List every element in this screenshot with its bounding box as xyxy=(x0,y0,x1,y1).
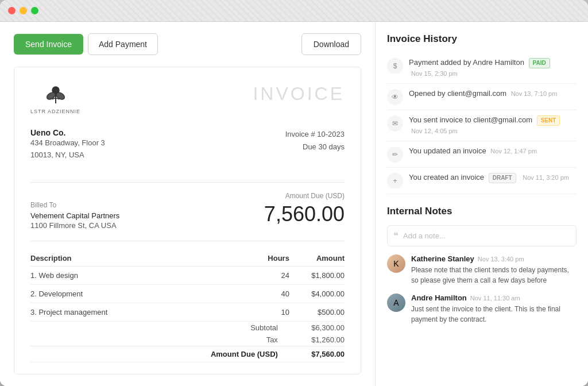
history-icon: ✉ xyxy=(387,115,403,132)
app-window: Send Invoice Add Payment Download xyxy=(0,0,588,386)
note-content: Andre Hamilton Nov 11, 11:30 am Just sen… xyxy=(411,294,577,325)
company-logo xyxy=(38,83,73,106)
item-hours: 24 xyxy=(158,267,289,285)
history-time: Nov 12, 1:47 pm xyxy=(490,148,537,155)
total-row: Amount Due (USD) $7,560.00 xyxy=(30,346,345,362)
total-value: $7,560.00 xyxy=(289,346,345,362)
history-content: You sent invoice to client@gmail.com SEN… xyxy=(409,115,577,136)
item-hours: 40 xyxy=(158,285,289,303)
toolbar: Send Invoice Add Payment Download xyxy=(14,33,361,55)
invoice-meta: Invoice # 10-2023 Due 30 days xyxy=(285,128,345,153)
maximize-button[interactable] xyxy=(31,7,38,14)
company-address-line1: 434 Broadway, Floor 3 xyxy=(30,137,105,149)
note-text: Please note that the client tends to del… xyxy=(411,265,577,285)
company-name: Ueno Co. xyxy=(30,128,105,137)
history-item: + You created an invoice DRAFT Nov 11, 3… xyxy=(387,168,577,194)
invoice-title: INVOICE xyxy=(253,83,345,105)
col-header-description: Description xyxy=(30,250,158,267)
minimize-button[interactable] xyxy=(20,7,27,14)
item-description: 2. Development xyxy=(30,285,158,303)
note-placeholder: Add a note... xyxy=(403,231,446,240)
note-author-row: Katherine Stanley Nov 13, 3:40 pm xyxy=(411,254,577,263)
amount-due-value: 7,560.00 xyxy=(264,202,345,226)
right-panel: Invoice History $ Payment added by Andre… xyxy=(376,22,588,386)
history-content: You updated an invoice Nov 12, 1:47 pm xyxy=(409,146,577,156)
add-payment-button[interactable]: Add Payment xyxy=(88,33,158,55)
history-icon: + xyxy=(387,173,403,189)
status-badge: DRAFT xyxy=(489,173,516,183)
note-content: Katherine Stanley Nov 13, 3:40 pm Please… xyxy=(411,254,577,285)
divider-2 xyxy=(30,241,345,241)
history-text: You created an invoice xyxy=(409,173,484,182)
item-description: 1. Web design xyxy=(30,267,158,285)
history-text: Opened by client@gmail.com xyxy=(409,89,506,98)
avatar: A xyxy=(387,294,405,312)
note-author: Katherine Stanley xyxy=(411,254,474,263)
history-content: You created an invoice DRAFT Nov 11, 3:2… xyxy=(409,172,577,183)
note-item: K Katherine Stanley Nov 13, 3:40 pm Plea… xyxy=(387,254,577,285)
note-author: Andre Hamilton xyxy=(411,294,467,302)
content-area: Send Invoice Add Payment Download xyxy=(0,22,588,386)
divider-1 xyxy=(30,182,345,183)
history-icon: $ xyxy=(387,58,403,74)
status-badge: SENT xyxy=(537,115,560,126)
note-time: Nov 13, 3:40 pm xyxy=(478,256,524,263)
titlebar xyxy=(0,0,588,22)
history-list: $ Payment added by Andre Hamilton PAID N… xyxy=(387,53,577,194)
send-invoice-button[interactable]: Send Invoice xyxy=(14,34,83,55)
add-note-input[interactable]: ❝ Add a note... xyxy=(387,225,577,246)
download-button[interactable]: Download xyxy=(301,33,361,55)
billed-name: Vehement Capital Partners xyxy=(30,211,119,220)
history-item: 👁 Opened by client@gmail.com Nov 13, 7:1… xyxy=(387,84,577,110)
history-text: Payment added by Andre Hamilton xyxy=(409,58,524,67)
table-row: 3. Project management 10 $500.00 xyxy=(30,303,345,322)
invoice-document: LSTR ADZIENNIE INVOICE Ueno Co. 434 Broa… xyxy=(14,67,361,375)
quote-icon: ❝ xyxy=(393,230,399,241)
total-label: Amount Due (USD) xyxy=(158,346,289,362)
from-meta-row: Ueno Co. 434 Broadway, Floor 3 10013, NY… xyxy=(30,128,345,173)
billed-section: Billed To Vehement Capital Partners 1100… xyxy=(30,201,119,232)
history-item: ✉ You sent invoice to client@gmail.com S… xyxy=(387,110,577,141)
subtotal-value: $6,300.00 xyxy=(289,322,345,334)
item-amount: $500.00 xyxy=(289,303,345,322)
avatar: K xyxy=(387,254,405,273)
history-time: Nov 15, 2:30 pm xyxy=(411,70,458,77)
history-text: You updated an invoice xyxy=(409,146,486,155)
tax-label: Tax xyxy=(158,334,289,346)
history-item: $ Payment added by Andre Hamilton PAID N… xyxy=(387,53,577,84)
note-text: Just sent the invoice to the client. Thi… xyxy=(411,304,577,325)
history-icon: ✏ xyxy=(387,146,403,163)
internal-notes-title: Internal Notes xyxy=(387,206,577,217)
invoice-due: Due 30 days xyxy=(285,141,345,153)
amount-due-section: Amount Due (USD) 7,560.00 xyxy=(264,192,345,226)
billed-label: Billed To xyxy=(30,201,119,209)
item-amount: $1,800.00 xyxy=(289,267,345,285)
col-header-amount: Amount xyxy=(289,250,345,267)
tax-value: $1,260.00 xyxy=(289,334,345,346)
logo-label: LSTR ADZIENNIE xyxy=(30,109,80,114)
close-button[interactable] xyxy=(8,7,16,14)
status-badge: PAID xyxy=(529,58,550,68)
history-time: Nov 12, 4:05 pm xyxy=(411,128,458,134)
subtotal-row: Subtotal $6,300.00 xyxy=(30,322,345,334)
logo-area: LSTR ADZIENNIE xyxy=(30,83,80,114)
notes-list: K Katherine Stanley Nov 13, 3:40 pm Plea… xyxy=(387,254,577,325)
history-item: ✏ You updated an invoice Nov 12, 1:47 pm xyxy=(387,141,577,168)
history-time: Nov 13, 7:10 pm xyxy=(511,90,558,97)
invoice-history-title: Invoice History xyxy=(387,33,577,45)
amount-due-label: Amount Due (USD) xyxy=(264,192,345,200)
line-items-table: Description Hours Amount 1. Web design 2… xyxy=(30,250,345,362)
invoice-header: LSTR ADZIENNIE INVOICE xyxy=(30,83,345,114)
history-content: Payment added by Andre Hamilton PAID Nov… xyxy=(409,57,577,79)
item-description: 3. Project management xyxy=(30,303,158,322)
company-address-line2: 10013, NY, USA xyxy=(30,149,105,161)
table-row: 1. Web design 24 $1,800.00 xyxy=(30,267,345,285)
note-item: A Andre Hamilton Nov 11, 11:30 am Just s… xyxy=(387,294,577,325)
history-text: You sent invoice to client@gmail.com xyxy=(409,115,532,124)
billed-amount-row: Billed To Vehement Capital Partners 1100… xyxy=(30,192,345,232)
traffic-lights xyxy=(8,7,38,14)
history-icon: 👁 xyxy=(387,89,403,105)
note-time: Nov 11, 11:30 am xyxy=(470,295,520,302)
from-section: Ueno Co. 434 Broadway, Floor 3 10013, NY… xyxy=(30,128,105,161)
history-content: Opened by client@gmail.com Nov 13, 7:10 … xyxy=(409,88,577,99)
